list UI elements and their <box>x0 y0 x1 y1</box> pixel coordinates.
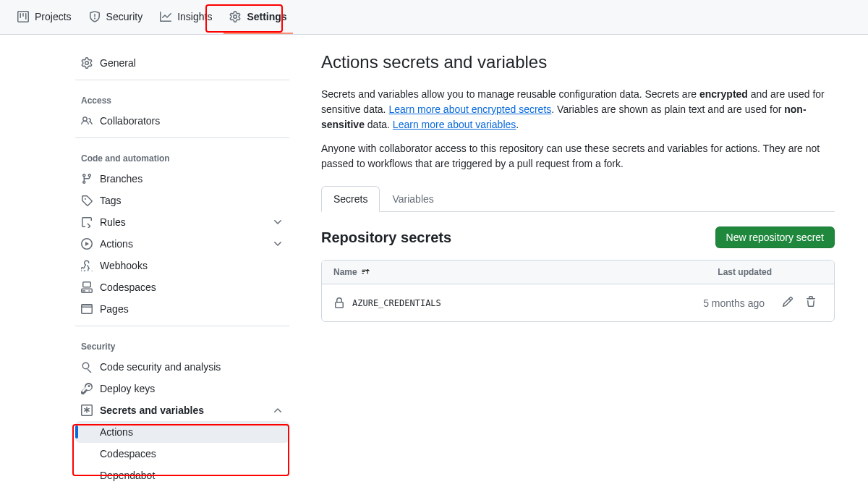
sidebar-general[interactable]: General <box>75 52 289 74</box>
rules-icon <box>81 216 93 228</box>
sidebar-webhooks-label: Webhooks <box>100 260 148 271</box>
description-1: Secrets and variables allow you to manag… <box>321 87 835 132</box>
chevron-down-icon <box>272 216 284 228</box>
sort-icon[interactable] <box>361 268 370 276</box>
people-icon <box>81 115 93 127</box>
sidebar-branches[interactable]: Branches <box>75 168 289 190</box>
sidebar-tags-label: Tags <box>100 195 122 206</box>
tag-icon <box>81 195 93 206</box>
sidebar-secrets-vars-label: Secrets and variables <box>100 405 204 416</box>
divider <box>75 326 289 326</box>
sidebar-actions[interactable]: Actions <box>75 233 289 255</box>
table-row: AZURE_CREDENTIALS 5 months ago <box>322 284 834 321</box>
sidebar-rules-label: Rules <box>100 216 126 228</box>
section-code: Code and automation <box>75 144 289 168</box>
sidebar-tags[interactable]: Tags <box>75 190 289 211</box>
page-title: Actions secrets and variables <box>321 52 835 72</box>
gear-icon <box>229 11 241 22</box>
asterisk-icon <box>81 405 93 416</box>
tab-insights[interactable]: Insights <box>154 1 218 34</box>
th-updated-label: Last updated <box>718 267 772 277</box>
sidebar-general-label: General <box>100 57 136 69</box>
link-encrypted-secrets[interactable]: Learn more about encrypted secrets <box>388 103 551 115</box>
edit-secret-button[interactable] <box>776 293 799 313</box>
sidebar-branches-label: Branches <box>100 173 142 185</box>
link-variables[interactable]: Learn more about variables <box>393 119 516 130</box>
sidebar-code-security[interactable]: Code security and analysis <box>75 356 289 378</box>
secret-name: AZURE_CREDENTIALS <box>352 298 441 308</box>
new-repository-secret-button[interactable]: New repository secret <box>715 226 835 248</box>
sidebar-sub-dependabot[interactable]: Dependabot <box>75 465 289 486</box>
sidebar-code-security-label: Code security and analysis <box>100 361 221 373</box>
sidebar-deploy-keys[interactable]: Deploy keys <box>75 378 289 399</box>
tab-security-label: Security <box>106 11 143 22</box>
tab-variables[interactable]: Variables <box>380 186 446 212</box>
divider <box>75 137 289 138</box>
tab-settings-label: Settings <box>247 11 286 22</box>
secrets-table: Name Last updated AZURE_CREDENTIALS 5 mo… <box>321 260 835 322</box>
secrets-tabs: Secrets Variables <box>321 186 835 212</box>
sidebar-deploy-keys-label: Deploy keys <box>100 383 155 394</box>
key-icon <box>81 383 93 394</box>
sidebar-pages[interactable]: Pages <box>75 298 289 320</box>
codescan-icon <box>81 361 93 373</box>
section-security: Security <box>75 332 289 356</box>
sidebar-codespaces[interactable]: Codespaces <box>75 276 289 298</box>
tab-secrets[interactable]: Secrets <box>321 186 380 212</box>
gear-icon <box>81 57 93 69</box>
sidebar-rules[interactable]: Rules <box>75 211 289 233</box>
tab-projects-label: Projects <box>35 11 72 22</box>
shield-icon <box>89 11 101 22</box>
repo-tabs: Projects Security Insights Settings <box>0 0 868 35</box>
branch-icon <box>81 173 93 185</box>
sidebar-sub-dependabot-label: Dependabot <box>100 470 155 481</box>
sidebar-sub-actions-label: Actions <box>100 426 133 438</box>
table-header: Name Last updated <box>322 261 834 284</box>
sidebar-webhooks[interactable]: Webhooks <box>75 255 289 276</box>
delete-secret-button[interactable] <box>799 293 822 313</box>
browser-icon <box>81 303 93 315</box>
sidebar-collaborators-label: Collaborators <box>100 115 160 127</box>
tab-projects[interactable]: Projects <box>12 1 77 34</box>
play-icon <box>81 238 93 250</box>
sidebar-sub-codespaces[interactable]: Codespaces <box>75 443 289 465</box>
graph-icon <box>160 11 171 22</box>
section-access: Access <box>75 86 289 110</box>
section-title: Repository secrets <box>321 229 451 246</box>
pencil-icon <box>782 296 793 308</box>
sidebar-collaborators[interactable]: Collaborators <box>75 110 289 132</box>
sidebar-pages-label: Pages <box>100 303 129 315</box>
tab-settings[interactable]: Settings <box>224 1 292 34</box>
tab-insights-label: Insights <box>177 11 212 22</box>
th-name-label: Name <box>333 267 357 277</box>
sidebar-sub-actions[interactable]: Actions <box>75 421 289 443</box>
sidebar-secrets-vars[interactable]: Secrets and variables <box>75 399 289 421</box>
lock-icon <box>333 297 345 309</box>
secret-updated: 5 months ago <box>703 297 765 309</box>
settings-sidebar: General Access Collaborators Code and au… <box>75 52 289 486</box>
main-content: Actions secrets and variables Secrets an… <box>307 52 849 486</box>
webhook-icon <box>81 260 93 271</box>
project-icon <box>17 11 29 22</box>
tab-security[interactable]: Security <box>83 1 149 34</box>
sidebar-sub-codespaces-label: Codespaces <box>100 448 156 460</box>
divider <box>75 80 289 80</box>
sidebar-actions-label: Actions <box>100 238 133 250</box>
chevron-down-icon <box>272 238 284 250</box>
trash-icon <box>805 296 817 308</box>
codespaces-icon <box>81 281 93 293</box>
chevron-up-icon <box>272 405 284 416</box>
sidebar-codespaces-label: Codespaces <box>100 281 156 293</box>
description-2: Anyone with collaborator access to this … <box>321 141 835 171</box>
